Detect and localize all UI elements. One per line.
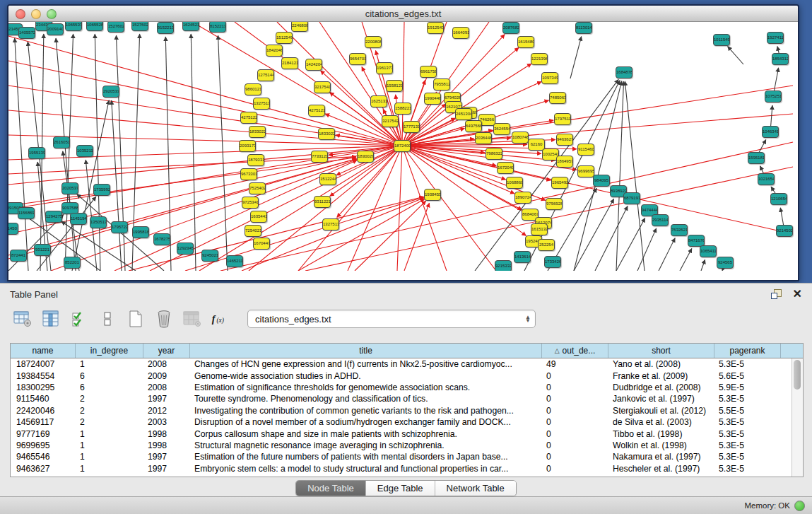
network-node[interactable]: 9860121: [245, 83, 261, 95]
table-cell[interactable]: 0: [542, 406, 608, 416]
table-cell[interactable]: Franke et al. (2009): [608, 371, 714, 381]
network-node[interactable]: 15882211: [394, 103, 411, 115]
network-edge[interactable]: [701, 259, 705, 271]
network-node[interactable]: 1879331: [247, 154, 264, 166]
table-cell[interactable]: 0: [542, 394, 608, 404]
table-cell[interactable]: 2008: [143, 382, 190, 392]
network-node[interactable]: 18543121: [772, 53, 789, 65]
network-node[interactable]: 9654701: [349, 53, 366, 65]
network-node[interactable]: 10654112: [700, 245, 717, 257]
network-node[interactable]: 17975115: [554, 113, 571, 125]
tab-edge-table[interactable]: Edge Table: [366, 481, 435, 496]
network-node[interactable]: 16720407: [497, 162, 514, 174]
network-node[interactable]: 62160: [528, 139, 545, 151]
network-canvas[interactable]: 1872400718300295193845549777169746266649…: [8, 22, 798, 271]
network-node[interactable]: 19958187: [132, 226, 149, 238]
table-cell[interactable]: 1: [76, 429, 143, 439]
network-node[interactable]: 1733426: [544, 256, 561, 268]
network-node[interactable]: 14055721: [18, 27, 35, 39]
network-node[interactable]: 7632621: [671, 224, 688, 236]
table-cell[interactable]: de Silva et al. (2003): [608, 417, 714, 427]
column-header-year[interactable]: year: [143, 344, 190, 358]
table-cell[interactable]: 5.3E-5: [714, 452, 781, 462]
network-node[interactable]: 17359928: [93, 184, 110, 196]
network-node[interactable]: 17957225: [111, 221, 128, 233]
network-node[interactable]: 1625131: [370, 95, 387, 107]
network-node[interactable]: 9725341: [242, 197, 259, 209]
table-cell[interactable]: 1: [76, 359, 143, 369]
new-column-icon[interactable]: [126, 309, 146, 329]
table-cell[interactable]: 2: [76, 394, 143, 404]
column-header-pagerank[interactable]: pagerank: [714, 344, 781, 358]
network-node[interactable]: 6497568: [465, 120, 482, 132]
table-cell[interactable]: 1: [76, 464, 143, 474]
network-node[interactable]: 10688609: [506, 177, 523, 189]
network-edge[interactable]: [298, 199, 425, 271]
network-node[interactable]: 18724007: [394, 140, 411, 152]
table-cell[interactable]: 2012: [143, 406, 190, 416]
network-node[interactable]: 10655287: [86, 22, 103, 31]
table-vertical-scrollbar[interactable]: [792, 358, 803, 477]
table-cell[interactable]: 0: [542, 429, 608, 439]
network-node[interactable]: 10752511: [765, 90, 782, 103]
network-node[interactable]: 18330221: [249, 126, 266, 138]
network-node[interactable]: 9245021: [201, 250, 218, 262]
table-cell[interactable]: 0: [542, 452, 608, 462]
network-node[interactable]: 19654923: [551, 177, 568, 189]
table-cell[interactable]: 9115460: [11, 394, 76, 404]
network-node[interactable]: 4275122: [240, 112, 257, 124]
network-node[interactable]: 12751441: [257, 69, 274, 81]
network-edge[interactable]: [574, 199, 614, 271]
network-node[interactable]: 4275121: [308, 105, 325, 117]
table-cell[interactable]: Hescheler et al. (1997): [608, 464, 714, 474]
attribute-table[interactable]: namein_degreeyeartitle△out_de...shortpag…: [10, 343, 804, 477]
network-window[interactable]: citations_edges.txt 18724007183002951938…: [7, 4, 799, 281]
network-node[interactable]: 19613772: [376, 62, 393, 74]
table-cell[interactable]: Stergiakouli et al. (2012): [608, 406, 714, 416]
table-row[interactable]: 977716911998Corpus callosum shape and si…: [11, 428, 803, 439]
network-node[interactable]: 10807487: [512, 132, 529, 144]
network-node[interactable]: 22008081: [365, 36, 382, 48]
network-node[interactable]: 921450: [8, 223, 18, 235]
table-cell[interactable]: 22420046: [11, 406, 76, 416]
table-cell[interactable]: 9465546: [11, 452, 76, 462]
table-cell[interactable]: Jankovic et al. (1997): [608, 394, 714, 404]
table-cell[interactable]: 19384554: [11, 371, 76, 381]
network-node[interactable]: 14136141: [514, 251, 531, 263]
network-node[interactable]: 11568691: [18, 207, 35, 219]
table-cell[interactable]: 18300295: [11, 382, 76, 392]
network-node[interactable]: 32175411: [314, 81, 331, 93]
network-node[interactable]: 1595181: [748, 152, 765, 164]
network-node[interactable]: 10216541: [758, 173, 775, 185]
network-node[interactable]: 7485063: [549, 92, 566, 104]
network-node[interactable]: 13505135: [90, 216, 107, 228]
table-cell[interactable]: 6: [76, 382, 143, 392]
table-cell[interactable]: 0: [542, 464, 608, 474]
network-node[interactable]: 11451941: [70, 213, 87, 225]
table-mode-icon[interactable]: [13, 309, 33, 329]
network-node[interactable]: 8152213: [209, 22, 226, 33]
network-edge[interactable]: [728, 47, 743, 64]
table-cell[interactable]: Tourette syndrome. Phenomenology and cla…: [190, 394, 542, 404]
network-node[interactable]: 852201: [64, 257, 81, 269]
network-node[interactable]: 13275132: [322, 218, 339, 230]
network-node[interactable]: 9311221: [314, 196, 331, 208]
table-cell[interactable]: 5.5E-5: [714, 406, 781, 416]
table-cell[interactable]: Corpus callosum shape and size in male p…: [190, 429, 542, 439]
network-node[interactable]: 2246808: [291, 22, 308, 32]
table-cell[interactable]: 5.6E-5: [714, 371, 781, 381]
table-cell[interactable]: Investigating the contribution of common…: [190, 406, 542, 416]
network-node[interactable]: 12213967: [531, 53, 548, 65]
network-edge[interactable]: [199, 146, 402, 271]
table-row[interactable]: 1872400712008Changes of HCN gene express…: [11, 358, 803, 370]
network-node[interactable]: 12923451: [177, 243, 194, 255]
table-cell[interactable]: 2: [76, 406, 143, 416]
table-row[interactable]: 946362711997Embryonic stem cells: a mode…: [11, 463, 803, 474]
table-row[interactable]: 911546021997Tourette syndrome. Phenomeno…: [11, 393, 803, 404]
network-node[interactable]: 21841211: [281, 57, 298, 69]
network-edge[interactable]: [595, 206, 628, 271]
table-cell[interactable]: 0: [542, 440, 608, 450]
network-edge[interactable]: [570, 37, 582, 78]
table-row[interactable]: 969969511998Structural magnetic resonanc…: [11, 440, 803, 451]
network-node[interactable]: 15276021: [107, 22, 124, 33]
